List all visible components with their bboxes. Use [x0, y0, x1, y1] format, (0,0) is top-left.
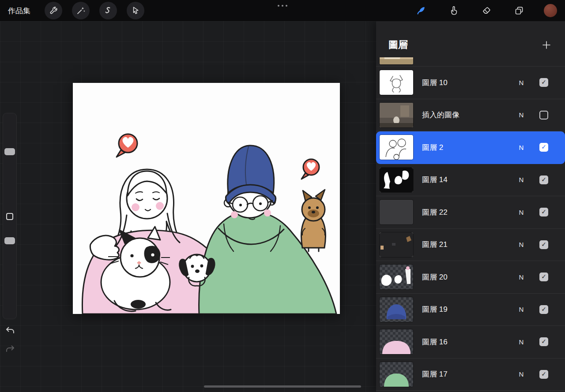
blend-mode-button[interactable]: N — [516, 338, 526, 346]
visibility-checkbox[interactable] — [539, 143, 548, 152]
layer-row[interactable]: 圖層 14 N — [376, 164, 565, 197]
wrench-icon — [49, 6, 58, 15]
procreate-app: 作品集 — [0, 0, 565, 392]
blend-mode-button[interactable]: N — [516, 79, 526, 86]
layer-name: 圖層 19 — [422, 304, 516, 314]
eraser-icon — [482, 6, 491, 15]
layer-name: 圖層 21 — [422, 239, 516, 250]
transform-arrow-icon — [131, 6, 140, 15]
layer-thumbnail[interactable] — [380, 57, 413, 64]
transform-button[interactable] — [127, 2, 144, 19]
visibility-checkbox[interactable] — [539, 240, 548, 249]
layer-row[interactable]: 圖層 16 N — [376, 326, 565, 358]
visibility-checkbox[interactable] — [539, 337, 548, 346]
visibility-checkbox[interactable] — [539, 305, 548, 314]
plus-icon — [541, 40, 552, 50]
layer-row[interactable]: 圖層 20 N — [376, 261, 565, 294]
visibility-checkbox[interactable] — [539, 273, 548, 281]
selection-button[interactable] — [99, 2, 117, 19]
layer-row[interactable]: 插入的圖像 N — [376, 99, 565, 132]
blend-mode-button[interactable]: N — [516, 306, 526, 313]
sidebar-tool-strip — [3, 113, 17, 319]
layers-panel: 圖層 圖層 10 N — [376, 21, 565, 392]
smudge-tool-button[interactable] — [445, 2, 463, 19]
color-swatch-button[interactable] — [544, 4, 557, 17]
canvas-artwork — [73, 83, 340, 314]
blend-mode-button[interactable]: N — [516, 209, 526, 216]
home-indicator[interactable] — [204, 385, 361, 388]
layer-thumbnail[interactable] — [380, 70, 413, 95]
actions-button[interactable] — [45, 2, 62, 19]
layer-name: 插入的圖像 — [422, 110, 516, 120]
layer-name: 圖層 20 — [422, 272, 516, 282]
layer-name: 圖層 2 — [422, 142, 516, 153]
layer-row[interactable]: 圖層 17 N — [376, 358, 565, 391]
layer-name: 圖層 17 — [422, 369, 516, 379]
smudge-finger-icon — [449, 6, 459, 15]
visibility-checkbox[interactable] — [539, 111, 548, 119]
add-layer-button[interactable] — [541, 38, 554, 52]
gallery-button[interactable]: 作品集 — [8, 6, 30, 16]
redo-button[interactable] — [4, 343, 17, 356]
layer-name: 圖層 10 — [422, 78, 516, 88]
undo-button[interactable] — [4, 325, 17, 338]
toolbar-right-group — [412, 2, 560, 19]
eraser-tool-button[interactable] — [478, 2, 495, 19]
undo-icon — [4, 325, 16, 336]
layer-thumbnail[interactable] — [380, 232, 413, 257]
visibility-checkbox[interactable] — [539, 175, 548, 184]
layer-name: 圖層 14 — [422, 175, 516, 185]
layer-thumbnail[interactable] — [380, 297, 413, 322]
layer-row[interactable]: 圖層 2 N — [376, 131, 565, 164]
blend-mode-button[interactable]: N — [516, 176, 526, 183]
modify-button[interactable] — [6, 213, 13, 220]
blend-mode-button[interactable]: N — [516, 273, 526, 281]
layer-thumbnail[interactable] — [380, 135, 413, 160]
layers-panel-header: 圖層 — [376, 21, 565, 57]
magic-wand-icon — [76, 6, 86, 15]
opacity-slider[interactable] — [4, 237, 15, 244]
layer-thumbnail[interactable] — [380, 200, 413, 224]
layer-thumbnail[interactable] — [380, 329, 413, 354]
adjustments-button[interactable] — [72, 2, 90, 19]
blend-mode-button[interactable]: N — [516, 144, 526, 151]
visibility-checkbox[interactable] — [539, 208, 548, 217]
layer-row[interactable]: 圖層 22 N — [376, 196, 565, 229]
layer-thumbnail[interactable] — [380, 362, 413, 387]
toolbar-left-group: 作品集 — [5, 2, 144, 19]
redo-icon — [4, 343, 16, 355]
visibility-checkbox[interactable] — [539, 370, 548, 379]
layer-thumbnail[interactable] — [380, 265, 413, 289]
brush-size-slider[interactable] — [4, 148, 15, 155]
multitask-dots-icon — [278, 5, 287, 7]
layers-icon — [514, 6, 524, 15]
blend-mode-button[interactable]: N — [516, 241, 526, 248]
layer-row-partial[interactable] — [376, 57, 565, 67]
workspace: 圖層 圖層 10 N — [0, 21, 565, 392]
visibility-checkbox[interactable] — [539, 78, 548, 87]
top-toolbar: 作品集 — [0, 0, 565, 21]
blend-mode-button[interactable]: N — [516, 370, 526, 378]
layer-row[interactable]: 圖層 21 N — [376, 229, 565, 261]
selection-s-icon — [103, 6, 113, 15]
layer-thumbnail[interactable] — [380, 103, 413, 127]
layers-list: 圖層 10 N 插入的圖像 N — [376, 57, 565, 392]
blend-mode-button[interactable]: N — [516, 111, 526, 119]
layer-thumbnail[interactable] — [380, 168, 413, 192]
canvas[interactable] — [73, 83, 340, 314]
layer-name: 圖層 16 — [422, 337, 516, 347]
brush-icon — [416, 6, 426, 15]
brush-tool-button[interactable] — [412, 2, 430, 19]
layer-row[interactable]: 圖層 10 N — [376, 67, 565, 99]
layers-panel-button[interactable] — [510, 2, 528, 19]
layer-name: 圖層 22 — [422, 207, 516, 217]
layer-row[interactable]: 圖層 19 N — [376, 294, 565, 326]
layers-panel-title: 圖層 — [388, 38, 541, 52]
